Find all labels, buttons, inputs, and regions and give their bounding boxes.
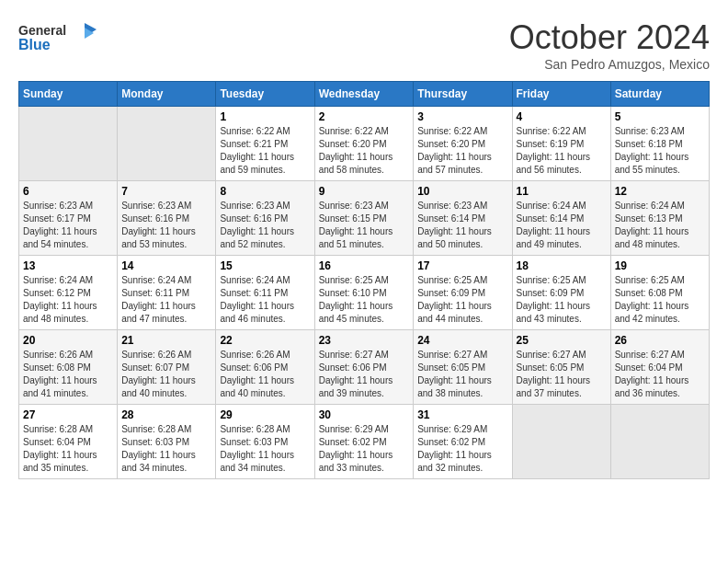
calendar-cell: 16Sunrise: 6:25 AM Sunset: 6:10 PM Dayli… bbox=[314, 256, 414, 330]
calendar-cell: 3Sunrise: 6:22 AM Sunset: 6:20 PM Daylig… bbox=[414, 107, 512, 181]
cell-info: Sunrise: 6:27 AM Sunset: 6:05 PM Dayligh… bbox=[417, 349, 507, 400]
day-number: 29 bbox=[220, 408, 310, 421]
calendar-cell bbox=[19, 107, 118, 181]
day-number: 31 bbox=[417, 408, 507, 421]
day-number: 25 bbox=[517, 334, 607, 347]
day-number: 4 bbox=[517, 110, 607, 123]
cell-info: Sunrise: 6:24 AM Sunset: 6:13 PM Dayligh… bbox=[615, 200, 705, 251]
cell-info: Sunrise: 6:25 AM Sunset: 6:10 PM Dayligh… bbox=[319, 274, 410, 326]
page-header: General Blue October 2024 San Pedro Amuz… bbox=[18, 18, 710, 72]
cell-info: Sunrise: 6:25 AM Sunset: 6:08 PM Dayligh… bbox=[615, 274, 705, 326]
cell-info: Sunrise: 6:23 AM Sunset: 6:18 PM Dayligh… bbox=[615, 125, 705, 177]
calendar-cell: 27Sunrise: 6:28 AM Sunset: 6:04 PM Dayli… bbox=[19, 405, 118, 479]
cell-info: Sunrise: 6:29 AM Sunset: 6:02 PM Dayligh… bbox=[417, 423, 507, 475]
day-number: 19 bbox=[615, 259, 705, 272]
month-title: October 2024 bbox=[509, 18, 710, 57]
calendar-cell: 18Sunrise: 6:25 AM Sunset: 6:09 PM Dayli… bbox=[512, 256, 610, 330]
day-number: 20 bbox=[23, 334, 113, 347]
day-number: 3 bbox=[417, 110, 507, 123]
cell-info: Sunrise: 6:28 AM Sunset: 6:03 PM Dayligh… bbox=[220, 423, 310, 475]
cell-info: Sunrise: 6:24 AM Sunset: 6:11 PM Dayligh… bbox=[121, 274, 211, 326]
day-number: 1 bbox=[220, 110, 310, 123]
calendar-cell: 21Sunrise: 6:26 AM Sunset: 6:07 PM Dayli… bbox=[118, 330, 216, 405]
week-row-2: 6Sunrise: 6:23 AM Sunset: 6:17 PM Daylig… bbox=[19, 181, 710, 256]
week-row-5: 27Sunrise: 6:28 AM Sunset: 6:04 PM Dayli… bbox=[19, 405, 710, 479]
calendar-cell: 22Sunrise: 6:26 AM Sunset: 6:06 PM Dayli… bbox=[216, 330, 314, 405]
day-number: 11 bbox=[517, 185, 607, 198]
calendar-cell: 20Sunrise: 6:26 AM Sunset: 6:08 PM Dayli… bbox=[19, 330, 118, 405]
cell-info: Sunrise: 6:23 AM Sunset: 6:15 PM Dayligh… bbox=[319, 200, 410, 251]
svg-text:General: General bbox=[18, 23, 66, 38]
day-number: 17 bbox=[417, 259, 507, 272]
cell-info: Sunrise: 6:25 AM Sunset: 6:09 PM Dayligh… bbox=[417, 274, 507, 326]
calendar-cell: 25Sunrise: 6:27 AM Sunset: 6:05 PM Dayli… bbox=[512, 330, 610, 405]
day-number: 18 bbox=[517, 259, 607, 272]
logo-text: General Blue bbox=[18, 18, 101, 63]
cell-info: Sunrise: 6:25 AM Sunset: 6:09 PM Dayligh… bbox=[517, 274, 607, 326]
day-number: 10 bbox=[417, 185, 507, 198]
column-header-wednesday: Wednesday bbox=[314, 82, 414, 107]
day-number: 14 bbox=[121, 259, 211, 272]
cell-info: Sunrise: 6:26 AM Sunset: 6:08 PM Dayligh… bbox=[23, 349, 113, 400]
cell-info: Sunrise: 6:24 AM Sunset: 6:11 PM Dayligh… bbox=[220, 274, 310, 326]
calendar-table: SundayMondayTuesdayWednesdayThursdayFrid… bbox=[18, 81, 710, 479]
title-block: October 2024 San Pedro Amuzgos, Mexico bbox=[509, 18, 710, 72]
calendar-cell: 15Sunrise: 6:24 AM Sunset: 6:11 PM Dayli… bbox=[216, 256, 314, 330]
cell-info: Sunrise: 6:27 AM Sunset: 6:06 PM Dayligh… bbox=[319, 349, 410, 400]
cell-info: Sunrise: 6:23 AM Sunset: 6:17 PM Dayligh… bbox=[23, 200, 113, 251]
calendar-cell: 31Sunrise: 6:29 AM Sunset: 6:02 PM Dayli… bbox=[414, 405, 512, 479]
week-row-4: 20Sunrise: 6:26 AM Sunset: 6:08 PM Dayli… bbox=[19, 330, 710, 405]
calendar-cell bbox=[512, 405, 610, 479]
column-header-friday: Friday bbox=[512, 82, 610, 107]
calendar-cell: 26Sunrise: 6:27 AM Sunset: 6:04 PM Dayli… bbox=[610, 330, 709, 405]
day-number: 23 bbox=[319, 334, 410, 347]
day-number: 28 bbox=[121, 408, 211, 421]
day-number: 6 bbox=[23, 185, 113, 198]
header-row: SundayMondayTuesdayWednesdayThursdayFrid… bbox=[19, 82, 710, 107]
calendar-cell: 10Sunrise: 6:23 AM Sunset: 6:14 PM Dayli… bbox=[414, 181, 512, 256]
calendar-cell: 29Sunrise: 6:28 AM Sunset: 6:03 PM Dayli… bbox=[216, 405, 314, 479]
logo: General Blue bbox=[18, 18, 101, 63]
calendar-cell: 12Sunrise: 6:24 AM Sunset: 6:13 PM Dayli… bbox=[610, 181, 709, 256]
calendar-cell: 14Sunrise: 6:24 AM Sunset: 6:11 PM Dayli… bbox=[118, 256, 216, 330]
calendar-cell: 19Sunrise: 6:25 AM Sunset: 6:08 PM Dayli… bbox=[610, 256, 709, 330]
day-number: 9 bbox=[319, 185, 410, 198]
cell-info: Sunrise: 6:23 AM Sunset: 6:14 PM Dayligh… bbox=[417, 200, 507, 251]
location: San Pedro Amuzgos, Mexico bbox=[509, 57, 710, 72]
day-number: 12 bbox=[615, 185, 705, 198]
day-number: 15 bbox=[220, 259, 310, 272]
cell-info: Sunrise: 6:26 AM Sunset: 6:07 PM Dayligh… bbox=[121, 349, 211, 400]
week-row-1: 1Sunrise: 6:22 AM Sunset: 6:21 PM Daylig… bbox=[19, 107, 710, 181]
cell-info: Sunrise: 6:22 AM Sunset: 6:20 PM Dayligh… bbox=[319, 125, 410, 177]
day-number: 13 bbox=[23, 259, 113, 272]
calendar-cell: 11Sunrise: 6:24 AM Sunset: 6:14 PM Dayli… bbox=[512, 181, 610, 256]
calendar-cell: 9Sunrise: 6:23 AM Sunset: 6:15 PM Daylig… bbox=[314, 181, 414, 256]
cell-info: Sunrise: 6:27 AM Sunset: 6:04 PM Dayligh… bbox=[615, 349, 705, 400]
column-header-monday: Monday bbox=[118, 82, 216, 107]
calendar-cell: 23Sunrise: 6:27 AM Sunset: 6:06 PM Dayli… bbox=[314, 330, 414, 405]
calendar-cell: 24Sunrise: 6:27 AM Sunset: 6:05 PM Dayli… bbox=[414, 330, 512, 405]
day-number: 30 bbox=[319, 408, 410, 421]
day-number: 22 bbox=[220, 334, 310, 347]
calendar-cell: 17Sunrise: 6:25 AM Sunset: 6:09 PM Dayli… bbox=[414, 256, 512, 330]
calendar-cell: 5Sunrise: 6:23 AM Sunset: 6:18 PM Daylig… bbox=[610, 107, 709, 181]
day-number: 21 bbox=[121, 334, 211, 347]
day-number: 27 bbox=[23, 408, 113, 421]
calendar-cell: 28Sunrise: 6:28 AM Sunset: 6:03 PM Dayli… bbox=[118, 405, 216, 479]
calendar-cell bbox=[118, 107, 216, 181]
calendar-cell: 13Sunrise: 6:24 AM Sunset: 6:12 PM Dayli… bbox=[19, 256, 118, 330]
column-header-sunday: Sunday bbox=[19, 82, 118, 107]
cell-info: Sunrise: 6:23 AM Sunset: 6:16 PM Dayligh… bbox=[121, 200, 211, 251]
calendar-cell: 1Sunrise: 6:22 AM Sunset: 6:21 PM Daylig… bbox=[216, 107, 314, 181]
cell-info: Sunrise: 6:26 AM Sunset: 6:06 PM Dayligh… bbox=[220, 349, 310, 400]
cell-info: Sunrise: 6:28 AM Sunset: 6:04 PM Dayligh… bbox=[23, 423, 113, 475]
cell-info: Sunrise: 6:22 AM Sunset: 6:21 PM Dayligh… bbox=[220, 125, 310, 177]
calendar-cell: 4Sunrise: 6:22 AM Sunset: 6:19 PM Daylig… bbox=[512, 107, 610, 181]
calendar-cell bbox=[610, 405, 709, 479]
cell-info: Sunrise: 6:24 AM Sunset: 6:14 PM Dayligh… bbox=[517, 200, 607, 251]
cell-info: Sunrise: 6:29 AM Sunset: 6:02 PM Dayligh… bbox=[319, 423, 410, 475]
week-row-3: 13Sunrise: 6:24 AM Sunset: 6:12 PM Dayli… bbox=[19, 256, 710, 330]
svg-text:Blue: Blue bbox=[18, 37, 51, 52]
day-number: 2 bbox=[319, 110, 410, 123]
calendar-cell: 30Sunrise: 6:29 AM Sunset: 6:02 PM Dayli… bbox=[314, 405, 414, 479]
